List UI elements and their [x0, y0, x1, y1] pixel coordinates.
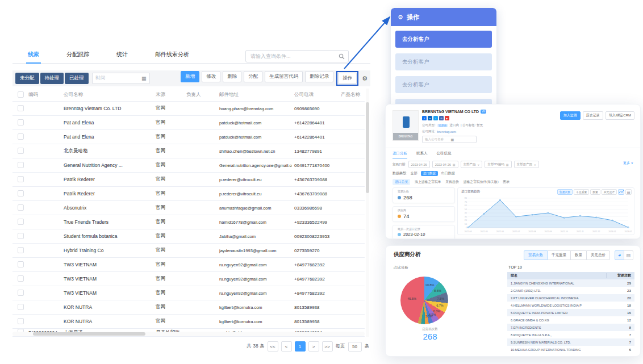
facebook-icon[interactable]: f [422, 116, 427, 120]
card-button-1[interactable]: 历史记录 [583, 111, 603, 120]
tab-email-lead-analysis[interactable]: 邮件线索分析 [153, 47, 191, 64]
row-checkbox[interactable] [18, 275, 24, 282]
subtab-3[interactable]: 运输之贸易伙伴(海关版) [464, 179, 499, 185]
row-checkbox[interactable] [18, 176, 24, 182]
twitter-icon[interactable]: t [433, 116, 438, 120]
select-all-checkbox[interactable] [18, 91, 24, 98]
filter-field-3[interactable]: 全部HS编码▦ [485, 161, 511, 168]
card-button-2[interactable]: 导入/绑定CRM [606, 111, 634, 120]
assign-button[interactable]: 分配 [244, 71, 262, 82]
horizontal-scrollbar[interactable] [12, 332, 365, 336]
filter-field-1[interactable]: 2023-04-26▦ [432, 161, 458, 168]
table-row[interactable]: General Nutrition Agency ...官网General.nu… [12, 158, 365, 173]
more-link[interactable]: 更多 ∨ [623, 161, 633, 166]
filter-field-4[interactable]: 全部原产国∨ [514, 161, 539, 168]
table-row[interactable]: Hybrid Training Co官网jaydenaustin1993@gma… [12, 244, 365, 258]
table-row[interactable]: TW3 VIETNAM官网ru.nguyen92@gmail.com+84977… [12, 286, 365, 300]
subtab-2[interactable]: 采购趋势 [446, 179, 459, 185]
vscroll-thumb[interactable] [366, 102, 369, 193]
company-name-input[interactable]: 输入公司名称 ▦ [422, 136, 477, 143]
row-checkbox[interactable] [18, 290, 24, 296]
data-type-option-1[interactable]: 进口数据 [421, 171, 438, 176]
subtab-1[interactable]: 海上运输之贸易单 [415, 179, 441, 185]
edit-button[interactable]: 修改 [202, 71, 220, 82]
data-type-option-0[interactable]: 全部 [411, 171, 417, 176]
search-input[interactable]: 请输入查询条件... [245, 50, 349, 62]
row-checkbox[interactable] [18, 190, 24, 196]
line-chart-icon-button[interactable] [618, 189, 624, 195]
row-checkbox[interactable] [18, 304, 24, 310]
page-nav-button[interactable]: >> [322, 341, 333, 352]
chart-toggle-0[interactable]: 贸易次数 [557, 189, 573, 195]
row-checkbox[interactable] [18, 233, 24, 239]
subtab-0[interactable]: 进口总览 [393, 179, 410, 185]
table-row[interactable]: True Friends Traders官网hamid16778@gmail.c… [12, 215, 365, 229]
tab-stats[interactable]: 统计 [115, 47, 130, 64]
supplier-pie-chart[interactable]: 10.8%8.6%7.5%6.7%6.0%4.5%3.0%45.5% [400, 277, 448, 324]
page-number-active[interactable]: 1 [295, 341, 306, 352]
table-row[interactable]: Absonutrix官网anumashfaque@gmail.com033369… [12, 201, 365, 215]
delete-record-button[interactable]: 删除记录 [305, 71, 333, 82]
chart-toggle-3[interactable]: 美元总计 [602, 189, 617, 195]
table-row[interactable]: KOR NUTRA官网kgilbert@kornutra.com80135899… [12, 300, 365, 315]
google-icon[interactable]: G [439, 116, 444, 120]
page-nav-button[interactable]: > [308, 341, 319, 352]
metric-toggle-1[interactable]: 千克重量 [547, 250, 571, 260]
gen-message-code-button[interactable]: 生成留言代码 [265, 71, 303, 82]
gear-icon[interactable]: ⚙ [362, 75, 368, 82]
page-nav-button[interactable]: < [281, 341, 292, 352]
row-checkbox[interactable] [18, 204, 24, 211]
add-button[interactable]: 新增 [181, 71, 199, 82]
table-row[interactable]: Student formula botanica官网Jabiha@gmail.c… [12, 229, 365, 244]
date-filter-input[interactable]: 时间 ▦ [92, 73, 150, 84]
grid-icon-button[interactable]: ▤ [625, 189, 632, 195]
table-row[interactable]: Patrik Rederer官网p.rederer@vitrocult.eu+4… [12, 187, 365, 201]
row-checkbox[interactable] [18, 133, 24, 140]
pie-view-button[interactable]: ◕ [615, 250, 624, 260]
page-nav-button[interactable]: << [268, 341, 278, 352]
table-row[interactable]: TW3 VIETNAM官网ru.nguyen92@gmail.com+84977… [12, 258, 365, 272]
table-row[interactable]: Pat and Elena官网patduck@hotmail.com+61422… [12, 130, 365, 144]
youtube-icon[interactable]: ▶ [445, 116, 449, 120]
table-row[interactable]: Brenntag Vietnam Co. LTD官网hoang.pham@bre… [12, 102, 365, 116]
metric-toggle-3[interactable]: 美元总价 [586, 250, 610, 260]
filter-pending[interactable]: 待处理 [40, 73, 64, 84]
filter-unassigned[interactable]: 未分配 [15, 73, 39, 84]
card-tab-1[interactable]: 联系人 [416, 151, 428, 158]
data-type-option-2[interactable]: 出口数据 [441, 171, 455, 176]
filter-field-0[interactable]: 2023-04-26 [408, 161, 430, 168]
row-checkbox[interactable] [18, 219, 24, 225]
card-button-0[interactable]: 加入监测 [560, 111, 581, 120]
tab-assign-track[interactable]: 分配跟踪 [65, 47, 91, 64]
filter-field-2[interactable]: 全部产品∨ [461, 161, 483, 168]
table-row[interactable]: 北京曼哈格官网shihao.chen@bestown.net.cn1348277… [12, 144, 365, 158]
filter-processed[interactable]: 已处理 [65, 73, 89, 84]
table-row[interactable]: KOR NUTRA官网kgilbert@kornutra.com80135899… [12, 315, 365, 329]
delete-button[interactable]: 删除 [223, 71, 241, 82]
card-tab-2[interactable]: 公司信息 [437, 151, 452, 158]
popup-item-2[interactable]: 去分析客户 [395, 76, 492, 93]
chart-toggle-1[interactable]: 千克重量 [574, 189, 589, 195]
row-checkbox[interactable] [18, 162, 24, 168]
tab-leads[interactable]: 线索 [26, 47, 41, 64]
metric-toggle-2[interactable]: 数量 [570, 250, 587, 260]
table-row[interactable]: Patrik Rederer官网p.rederer@vitrocult.eu+4… [12, 173, 365, 187]
row-checkbox[interactable] [18, 148, 24, 154]
linkedin-icon[interactable]: in [428, 116, 432, 120]
table-row[interactable]: Pat and Elena官网patduck@hotmail.com+61422… [12, 116, 365, 130]
row-checkbox[interactable] [18, 261, 24, 267]
row-checkbox[interactable] [18, 105, 24, 111]
table-row[interactable]: TW3 VIETNAM官网ru.nguyen92@gmail.com+84977… [12, 272, 365, 286]
row-checkbox[interactable] [18, 247, 24, 253]
row-checkbox[interactable] [18, 119, 24, 125]
popup-item-0[interactable]: 去分析客户 [395, 31, 492, 48]
row-checkbox[interactable] [18, 318, 24, 324]
vertical-scrollbar[interactable] [366, 89, 369, 337]
card-tab-0[interactable]: 进口分析 [393, 151, 407, 158]
page-size-input[interactable]: 50 [348, 342, 362, 352]
table-view-button[interactable]: ▤ [624, 250, 633, 260]
subtab-4[interactable]: 图表 [503, 179, 510, 185]
hscroll-thumb[interactable] [33, 332, 145, 336]
website-link[interactable]: brenntag.com [437, 130, 457, 133]
operate-button[interactable]: 操作 [338, 73, 357, 84]
